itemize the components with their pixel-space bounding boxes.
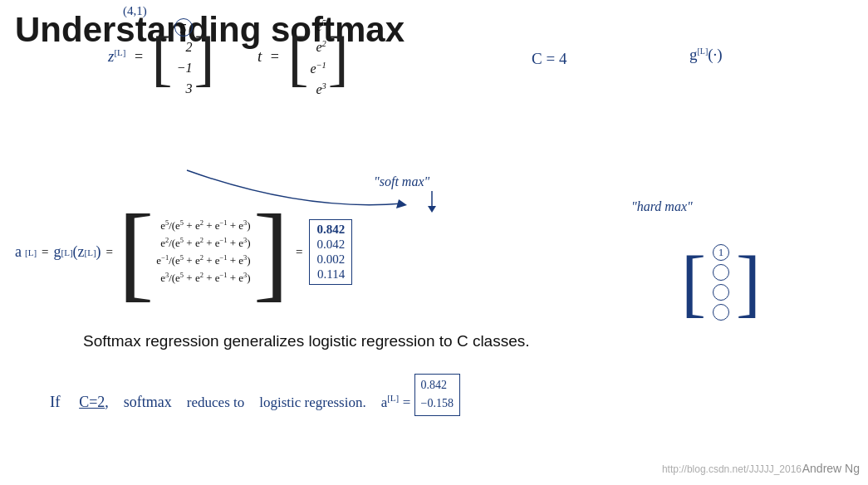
author-label: Andrew Ng	[802, 462, 860, 475]
watermark: http://blog.csdn.net/JJJJJ_2016	[662, 463, 802, 475]
circled-5: 5	[174, 18, 193, 37]
handwritten-line: If C=2, softmax reduces to logistic regr…	[50, 374, 460, 416]
z-equation: z[L] = [ 5 2 −1 3 ]	[108, 17, 215, 99]
c4-label: C = 4	[532, 50, 566, 68]
hardmax-quote: "hard max"	[631, 199, 693, 214]
softmax-description: Softmax regression generalizes logistic …	[83, 332, 530, 350]
svg-marker-1	[428, 206, 436, 213]
al-equation: a[L] = g[L](z[L]) = [ e5/(e5 + e2 + e−1 …	[15, 212, 352, 293]
softmax-arrow	[424, 191, 449, 216]
hardmax-vector: [ 1 ]	[681, 241, 761, 324]
t-equation: t = [ e5 e2 e−1 e3 ]	[257, 17, 349, 100]
svg-marker-2	[396, 199, 407, 208]
gl-label: g[L](·)	[689, 46, 723, 64]
curve-arrow	[179, 162, 411, 220]
